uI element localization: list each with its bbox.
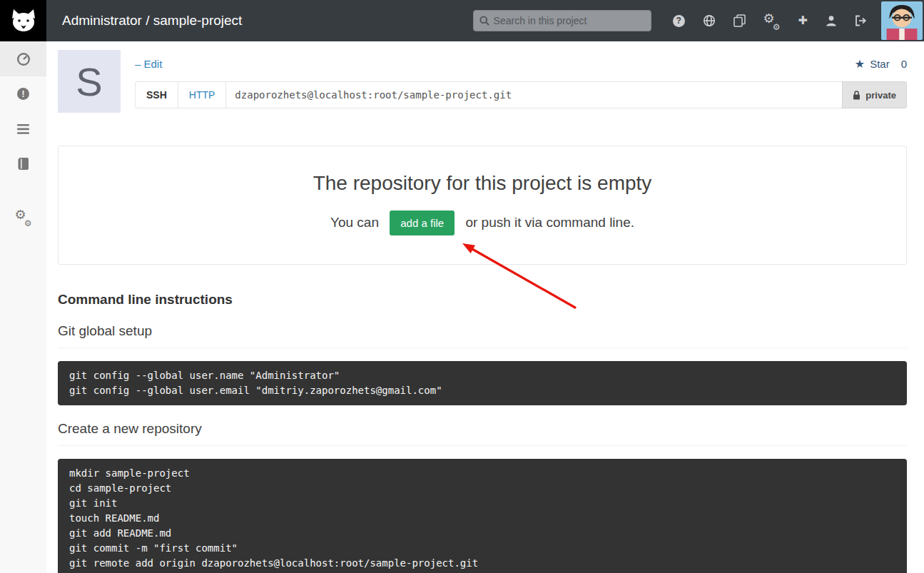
signout-icon[interactable] [855,14,867,28]
sidebar: ! ⚙⚙ [0,41,46,573]
sidebar-item-issues[interactable]: ! [0,76,46,111]
search-box [473,10,651,31]
star-count: 0 [901,58,907,70]
dashboard-gauge-icon [16,52,31,66]
command-line-instructions-heading: Command line instructions [58,292,907,308]
visibility-label: private [865,90,896,101]
copy-icon[interactable] [733,14,746,28]
settings-gears-icon: ⚙⚙ [15,210,32,225]
help-icon[interactable]: ? [673,14,685,28]
activity-list-icon [17,124,29,134]
project-header: S – Edit ★ Star 0 SSH HTTP [58,50,907,113]
navbar-icons: ? ⚙⚙ ✚ [673,14,867,28]
admin-gears-icon[interactable]: ⚙⚙ [763,14,781,28]
top-navbar: Administrator / sample-project ? ⚙⚙ ✚ [0,0,924,41]
sidebar-gap [0,181,46,200]
sidebar-item-settings[interactable]: ⚙⚙ [0,200,46,235]
ssh-protocol-button[interactable]: SSH [135,81,178,108]
clone-bar: SSH HTTP private [135,81,907,108]
add-a-file-button[interactable]: add a file [390,211,455,235]
star-button[interactable]: ★ Star 0 [855,57,907,71]
create-repository-code: mkdir sample-project cd sample-project g… [58,459,907,573]
page-title: Administrator / sample-project [62,13,242,29]
edit-link[interactable]: – Edit [135,58,162,70]
search-input[interactable] [473,10,651,31]
project-avatar: S [58,50,121,113]
sidebar-item-activity[interactable] [0,111,46,146]
fox-logo-icon [10,9,37,33]
http-protocol-button[interactable]: HTTP [178,81,227,108]
empty-text-before: You can [330,215,379,230]
user-avatar[interactable] [881,1,923,40]
git-global-setup-code: git config --global user.name "Administr… [58,361,907,405]
lock-icon [853,91,860,100]
git-global-setup-heading: Git global setup [58,323,907,348]
create-repository-heading: Create a new repository [58,421,907,446]
star-label: Star [870,58,890,70]
visibility-badge: private [842,81,907,108]
sidebar-item-dashboard[interactable] [0,41,46,76]
main-content: S – Edit ★ Star 0 SSH HTTP [46,41,924,573]
star-icon: ★ [855,57,865,71]
globe-icon[interactable] [703,14,716,28]
sidebar-item-wiki[interactable] [0,146,46,181]
empty-repo-title: The repository for this project is empty [73,172,892,195]
wiki-book-icon [18,158,29,171]
clone-url-input[interactable] [225,81,843,108]
new-plus-icon[interactable]: ✚ [798,14,808,28]
profile-icon[interactable] [826,14,837,28]
empty-repo-panel: The repository for this project is empty… [58,146,907,265]
project-avatar-letter: S [76,59,102,105]
gitlab-logo[interactable] [0,0,46,41]
issues-exclamation-icon: ! [17,88,29,100]
empty-text-after: or push it via command line. [465,215,634,230]
search-icon [479,16,489,26]
